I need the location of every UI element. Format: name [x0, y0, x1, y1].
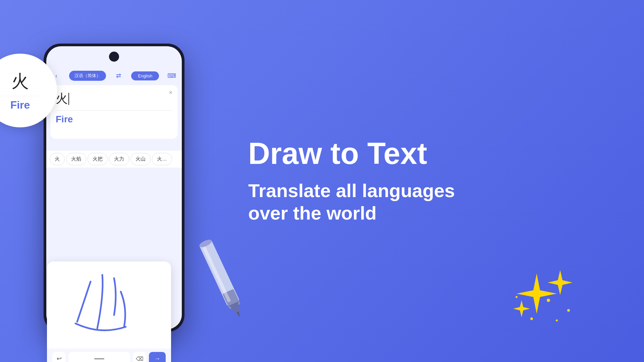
translation-result: Fire — [56, 114, 172, 125]
suggestion-item[interactable]: 火焰 — [66, 153, 86, 165]
phone-notch — [109, 52, 119, 62]
callout-english-word: Fire — [10, 99, 30, 111]
suggestion-item[interactable]: 火 — [50, 153, 65, 165]
svg-point-10 — [556, 319, 558, 321]
handwriting-canvas[interactable] — [47, 261, 171, 342]
swap-languages-button[interactable]: ⇄ — [113, 70, 124, 81]
suggestion-item[interactable]: 火把 — [88, 153, 108, 165]
keyboard-toggle-button[interactable]: ⌨ — [166, 70, 177, 81]
right-section: Draw to Text Translate all languages ove… — [228, 0, 644, 362]
word-suggestions-bar: 火 火焰 火把 火力 火山 火… — [46, 150, 182, 168]
translation-area: × 火 Fire — [50, 85, 178, 139]
sparkles-decoration — [503, 267, 577, 328]
chinese-input-text: 火 — [56, 90, 172, 107]
subtitle-line2: over the world — [248, 202, 377, 224]
handwriting-toolbar: ↩ ⌫ → — [47, 349, 171, 362]
callout-divider — [0, 96, 40, 96]
source-language-button[interactable]: 汉语（简体） — [69, 71, 106, 81]
suggestion-item[interactable]: 火力 — [109, 153, 129, 165]
target-language-button[interactable]: English — [131, 71, 159, 80]
callout-chinese-char: 火 — [11, 70, 29, 93]
undo-button[interactable]: ↩ — [52, 352, 66, 362]
subtitle-line1: Translate all languages — [248, 180, 455, 201]
close-button[interactable]: × — [169, 89, 172, 96]
main-title: Draw to Text — [248, 138, 617, 170]
divider — [56, 110, 172, 111]
svg-point-9 — [567, 309, 570, 312]
subtitle: Translate all languages over the world — [248, 179, 617, 224]
enter-button[interactable]: → — [149, 352, 166, 362]
backspace-button[interactable]: ⌫ — [133, 352, 146, 362]
phone-header: ‹ 汉语（简体） ⇄ English ⌨ — [46, 66, 182, 85]
handwriting-card: ↩ ⌫ → — [47, 261, 171, 362]
suggestion-item[interactable]: 火… — [152, 153, 172, 165]
space-button[interactable] — [68, 352, 130, 362]
space-icon — [94, 358, 104, 359]
left-section: ‹ 汉语（简体） ⇄ English ⌨ × 火 Fire 火 火焰 火把 火 — [0, 0, 228, 362]
svg-point-8 — [530, 317, 533, 320]
svg-point-11 — [516, 296, 518, 298]
svg-point-7 — [547, 299, 550, 302]
suggestion-item[interactable]: 火山 — [130, 153, 151, 165]
